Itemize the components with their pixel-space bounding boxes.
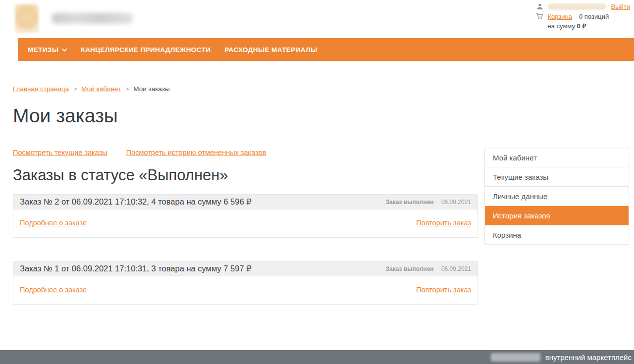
user-row: Выйти [536, 1, 631, 11]
order-status-wrap: Заказ выполнен 06.09.2021 [386, 265, 471, 272]
cart-positions-count: 0 позиций [579, 13, 609, 20]
breadcrumb: Главная страница > Мой кабинет > Мои зак… [13, 85, 170, 93]
footer-tagline: внутренний маркетплейс [545, 353, 632, 362]
logo-image-redacted [15, 4, 39, 33]
cart-row: Корзина 0 позиций [536, 11, 631, 21]
order-status-wrap: Заказ выполнен 06.09.2021 [386, 199, 471, 206]
breadcrumb-home-link[interactable]: Главная страница [13, 85, 69, 93]
header-account-area: Выйти Корзина 0 позиций на сумму 0 ₽ [536, 1, 631, 31]
sidebar-item-cabinet[interactable]: Мой кабинет [485, 148, 629, 167]
nav-item-rashodnye[interactable]: Расходные материалы [217, 38, 324, 61]
logo-link[interactable] [15, 4, 133, 33]
cabinet-sidebar: Мой кабинет Текущие заказы Личные данные… [484, 148, 629, 245]
order-details-link[interactable]: Подробнее о заказе [20, 286, 87, 294]
cart-icon [536, 13, 544, 20]
cart-sum-prefix: на сумму [548, 22, 575, 30]
order-status: Заказ выполнен [386, 199, 434, 206]
breadcrumb-separator: > [125, 86, 129, 93]
logout-link[interactable]: Выйти [611, 3, 631, 10]
nav-item-metizy[interactable]: Метизы [21, 38, 74, 61]
order-card-header: Заказ № 1 от 06.09.2021 17:10:31, 3 това… [13, 261, 477, 276]
nav-item-label: Расходные материалы [224, 46, 317, 53]
order-card-body: Подробнее о заказе Повторить заказ [13, 276, 477, 304]
nav-item-label: Метизы [28, 46, 58, 53]
sidebar-item-cart[interactable]: Корзина [485, 225, 629, 245]
order-repeat-link[interactable]: Повторить заказ [416, 219, 471, 227]
order-status: Заказ выполнен [386, 265, 434, 272]
order-details-link[interactable]: Подробнее о заказе [20, 219, 87, 227]
site-footer: внутренний маркетплейс [0, 350, 634, 364]
order-status-date: 06.09.2021 [441, 199, 471, 206]
cart-sum-value: 0 ₽ [577, 22, 586, 30]
sidebar-item-current-orders[interactable]: Текущие заказы [485, 167, 629, 187]
current-orders-link[interactable]: Посмотреть текущие заказы [13, 149, 107, 156]
chevron-down-icon [62, 49, 67, 52]
breadcrumb-separator: > [73, 86, 77, 93]
site-header: Выйти Корзина 0 позиций на сумму 0 ₽ [0, 0, 634, 38]
sidebar-item-personal-data[interactable]: Личные данные [485, 187, 629, 206]
username-redacted [548, 3, 606, 10]
sidebar-item-order-history[interactable]: История заказов [485, 206, 629, 225]
page-title: Мои заказы [13, 105, 118, 127]
order-card-body: Подробнее о заказе Повторить заказ [13, 209, 477, 237]
user-icon [536, 3, 544, 10]
logo-text-redacted [52, 13, 133, 24]
nav-item-label: Канцелярские принадлежности [81, 46, 211, 53]
order-card: Заказ № 1 от 06.09.2021 17:10:31, 3 това… [13, 261, 478, 305]
breadcrumb-cabinet-link[interactable]: Мой кабинет [81, 85, 121, 93]
breadcrumb-current: Мои заказы [133, 85, 169, 93]
nav-item-kancelyarskie[interactable]: Канцелярские принадлежности [74, 38, 217, 61]
order-summary: Заказ № 1 от 06.09.2021 17:10:31, 3 това… [20, 264, 252, 273]
footer-brand-redacted [491, 353, 540, 362]
cart-sum-row: на сумму 0 ₽ [548, 21, 631, 31]
order-summary: Заказ № 2 от 06.09.2021 17:10:32, 4 това… [20, 197, 252, 207]
cancelled-orders-history-link[interactable]: Посмотреть историю отмененных заказов [126, 149, 266, 156]
order-status-date: 06.09.2021 [441, 265, 471, 272]
order-card: Заказ № 2 от 06.09.2021 17:10:32, 4 това… [13, 194, 478, 238]
order-filter-links: Посмотреть текущие заказы Посмотреть ист… [13, 149, 266, 156]
order-repeat-link[interactable]: Повторить заказ [416, 286, 471, 294]
main-nav: Метизы Канцелярские принадлежности Расхо… [18, 38, 634, 61]
order-card-header: Заказ № 2 от 06.09.2021 17:10:32, 4 това… [13, 195, 477, 209]
cart-link[interactable]: Корзина [548, 13, 573, 20]
section-heading: Заказы в статусе «Выполнен» [13, 166, 228, 184]
